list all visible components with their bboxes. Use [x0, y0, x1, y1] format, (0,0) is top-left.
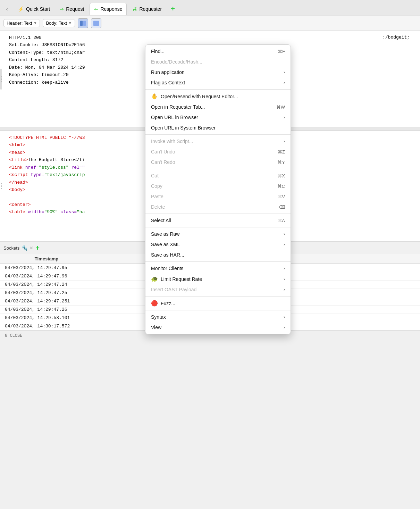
- collapse-button[interactable]: ‹: [3, 5, 11, 13]
- menu-url-browser-arrow: ›: [284, 115, 285, 120]
- menu-oast-arrow: ›: [284, 287, 285, 292]
- menu-item-cut: Cut ⌘X: [145, 170, 291, 181]
- menu-item-cant-redo: Can't Redo ⌘Y: [145, 157, 291, 167]
- menu-url-system-label: Open URL in System Browser: [151, 125, 216, 131]
- menu-item-copy: Copy ⌘C: [145, 181, 291, 191]
- timestamp-cell: 04/03/2024, 14:29:47.96: [5, 274, 88, 279]
- menu-redo-shortcut: ⌘Y: [277, 160, 285, 165]
- menu-divider-8: [145, 310, 291, 310]
- tab-quick-start[interactable]: ⚡ Quick Start: [14, 3, 54, 15]
- menu-cut-shortcut: ⌘X: [277, 173, 285, 178]
- svg-rect-1: [83, 21, 86, 26]
- menu-item-limit-rate[interactable]: 🐢 Limit Request Rate ›: [145, 274, 291, 284]
- requester-icon: 🖨: [132, 6, 137, 12]
- menu-paste-shortcut: ⌘V: [277, 194, 285, 199]
- menu-monitor-label: Monitor Clients: [151, 266, 183, 271]
- menu-view-arrow: ›: [284, 325, 285, 330]
- menu-delete-shortcut: ⌫: [279, 205, 285, 210]
- body-panel-resize-dots[interactable]: [1, 183, 2, 189]
- menu-item-save-xml[interactable]: Save as XML ›: [145, 239, 291, 250]
- menu-item-view[interactable]: View ›: [145, 322, 291, 333]
- tab-requester-label: Requester: [139, 6, 162, 12]
- menu-item-encode: Encode/Decode/Hash...: [145, 57, 291, 67]
- single-view-button[interactable]: [91, 18, 101, 28]
- menu-run-label: Run application: [151, 69, 185, 75]
- svg-rect-0: [80, 21, 83, 26]
- response-suffix: :/bodgeit;: [383, 34, 410, 41]
- add-tab-button[interactable]: +: [169, 5, 177, 13]
- turtle-icon: 🐢: [151, 276, 158, 282]
- menu-invoke-label: Invoke with Script...: [151, 139, 193, 144]
- menu-item-open-url-system[interactable]: Open URL in System Browser: [145, 123, 291, 133]
- menu-divider-5: [145, 227, 291, 227]
- menu-find-label: Find...: [151, 49, 165, 54]
- fuzz-icon: 🔴: [151, 300, 158, 307]
- menu-divider-6: [145, 261, 291, 262]
- menu-item-fuzz[interactable]: 🔴 Fuzz...: [145, 298, 291, 309]
- timestamp-cell: 04/03/2024, 14:29:47.24: [5, 282, 88, 287]
- menu-open-resend-label: Open/Resend with Request Editor...: [161, 94, 238, 99]
- menu-item-find[interactable]: Find... ⌘F: [145, 46, 291, 57]
- tab-response[interactable]: ⇐ Response: [90, 3, 127, 15]
- menu-limit-rate-label: Limit Request Rate: [161, 276, 202, 282]
- timestamp-cell: 04/03/2024, 14:29:47.25: [5, 290, 88, 295]
- menu-item-select-all[interactable]: Select All ⌘A: [145, 215, 291, 226]
- panel-resize-dots[interactable]: [1, 76, 2, 82]
- menu-fuzz-label: Fuzz...: [161, 301, 175, 306]
- menu-limit-rate-arrow: ›: [284, 277, 285, 282]
- tab-response-label: Response: [100, 6, 122, 12]
- menu-item-open-requester[interactable]: Open in Requester Tab... ⌘W: [145, 102, 291, 112]
- header-format-chevron: ▼: [33, 21, 37, 25]
- split-view-button[interactable]: [78, 18, 88, 28]
- menu-item-syntax[interactable]: Syntax ›: [145, 312, 291, 322]
- menu-save-raw-label: Save as Raw: [151, 231, 179, 237]
- menu-save-har-label: Save as HAR...: [151, 252, 184, 258]
- menu-url-browser-label: Open URL in Browser: [151, 115, 198, 120]
- menu-find-shortcut: ⌘F: [278, 49, 285, 54]
- svg-rect-2: [93, 21, 99, 26]
- menu-divider-3: [145, 169, 291, 169]
- menu-item-paste: Paste ⌘V: [145, 191, 291, 202]
- timestamp-cell: 04/03/2024, 14:29:47.251: [5, 299, 88, 304]
- menu-delete-label: Delete: [151, 204, 165, 210]
- menu-item-open-resend[interactable]: ✋ Open/Resend with Request Editor...: [145, 91, 291, 102]
- menu-item-insert-oast: Insert OAST Payload ›: [145, 284, 291, 295]
- menu-select-all-shortcut: ⌘A: [277, 218, 285, 223]
- menu-divider-2: [145, 134, 291, 135]
- menu-item-monitor-clients[interactable]: Monitor Clients ›: [145, 263, 291, 274]
- menu-divider-1: [145, 89, 291, 90]
- timestamp-cell: 04/03/2024, 14:29:47.26: [5, 307, 88, 312]
- menu-item-run-application[interactable]: Run application ›: [145, 67, 291, 77]
- tab-quick-start-label: Quick Start: [26, 6, 50, 12]
- timestamp-cell: 04/03/2024, 14:29:47.95: [5, 265, 88, 270]
- menu-cant-undo-label: Can't Undo: [151, 149, 175, 155]
- sockets-add-button[interactable]: +: [35, 244, 40, 252]
- menu-item-save-raw[interactable]: Save as Raw ›: [145, 229, 291, 239]
- tab-request[interactable]: ⇒ Request: [56, 3, 88, 15]
- menu-copy-label: Copy: [151, 183, 162, 189]
- body-format-select[interactable]: Body: Text ▼: [43, 19, 75, 27]
- menu-syntax-label: Syntax: [151, 314, 166, 320]
- menu-item-flag-context[interactable]: Flag as Context ›: [145, 77, 291, 88]
- menu-requester-shortcut: ⌘W: [276, 105, 285, 110]
- menu-item-open-url-browser[interactable]: Open URL in Browser ›: [145, 112, 291, 123]
- sockets-close-button[interactable]: ✕: [30, 245, 33, 251]
- body-format-label: Body: Text: [46, 20, 67, 26]
- menu-monitor-arrow: ›: [284, 266, 285, 271]
- tab-bar: ‹ ⚡ Quick Start ⇒ Request ⇐ Response 🖨 R…: [0, 0, 420, 16]
- menu-cut-label: Cut: [151, 173, 159, 178]
- response-icon: ⇐: [94, 6, 98, 12]
- menu-syntax-arrow: ›: [284, 315, 285, 319]
- single-view-icon: [93, 20, 99, 26]
- menu-item-save-har[interactable]: Save as HAR...: [145, 250, 291, 260]
- timestamp-cell: 04/03/2024, 14:29:58.101: [5, 315, 88, 320]
- tab-requester[interactable]: 🖨 Requester: [128, 3, 166, 15]
- header-format-select[interactable]: Header: Text ▼: [3, 19, 40, 27]
- menu-copy-shortcut: ⌘C: [277, 184, 285, 189]
- sockets-gear-icon: 🔩: [22, 245, 27, 251]
- split-view-icon: [80, 20, 86, 26]
- response-line-1: HTTP/1.1 200: [9, 34, 415, 41]
- context-menu: Find... ⌘F Encode/Decode/Hash... Run app…: [145, 44, 291, 334]
- toolbar: Header: Text ▼ Body: Text ▼: [0, 16, 420, 31]
- sockets-label: Sockets: [3, 245, 19, 251]
